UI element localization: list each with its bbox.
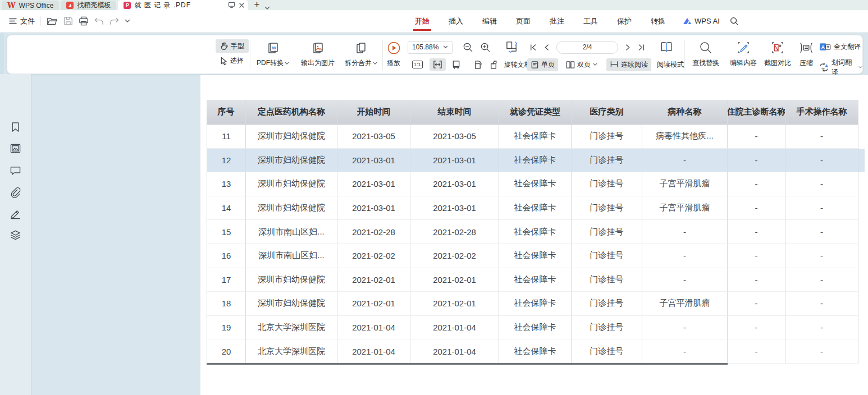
pdf-convert-icon: W: [266, 41, 280, 56]
ribbon-tab[interactable]: 编辑: [473, 10, 506, 32]
fit-width-icon: [433, 60, 442, 69]
new-tab-button[interactable]: +: [254, 0, 259, 10]
ribbon-tab[interactable]: 批注: [540, 10, 574, 32]
bookmarks-icon[interactable]: [10, 121, 21, 133]
search-icon[interactable]: [730, 17, 739, 26]
first-page-icon[interactable]: [529, 44, 537, 51]
zoom-out-icon[interactable]: [463, 42, 473, 53]
table-row[interactable]: 15 深圳市南山区妇... 2021-02-28 2021-02-28 社会保障…: [207, 220, 865, 244]
pdf-convert-button[interactable]: W PDF转换: [250, 39, 295, 71]
read-mode-icon[interactable]: [659, 40, 674, 54]
cell-start-date: 2021-02-01: [337, 268, 410, 292]
table-row[interactable]: 16 深圳市南山区妇... 2021-02-02 2021-02-02 社会保障…: [207, 244, 865, 268]
cell-institution: 深圳市妇幼保健院: [246, 268, 337, 292]
table-row[interactable]: 18 深圳市妇幼保健院 2021-02-01 2021-02-01 社会保障卡 …: [207, 292, 865, 316]
compress-icon: [799, 41, 814, 54]
fit-page-button[interactable]: [448, 58, 464, 71]
signature-icon[interactable]: [10, 208, 21, 220]
ribbon-tab[interactable]: 页面: [506, 10, 540, 32]
thumbnails-icon[interactable]: [10, 143, 21, 154]
cell-certificate-type: 社会保障卡: [499, 149, 572, 173]
double-page-button[interactable]: 双页: [563, 58, 601, 71]
tab-list-chevron-icon[interactable]: [264, 6, 270, 10]
pdf-file-icon: P: [124, 2, 131, 9]
ribbon-tab[interactable]: 工具: [574, 10, 607, 32]
compress-button[interactable]: 压缩: [791, 39, 822, 71]
tab-document-pdf[interactable]: P 就 医 记 录 .PDF: [118, 0, 248, 10]
attachments-icon[interactable]: [10, 187, 21, 198]
wps-ai-button[interactable]: WPS AI: [683, 17, 720, 25]
cell-filler: [858, 292, 865, 316]
single-page-button[interactable]: 单页: [527, 58, 558, 71]
cell-end-date: 2021-02-01: [410, 268, 499, 292]
tab-wps-office[interactable]: W WPS Office: [2, 1, 59, 10]
edit-content-label: 编辑内容: [730, 58, 757, 68]
close-tab-icon[interactable]: [239, 2, 245, 8]
full-translate-button[interactable]: A 全文翻译: [819, 42, 861, 52]
file-menu[interactable]: 文件: [9, 16, 35, 26]
table-row[interactable]: 17 深圳市妇幼保健院 2021-02-01 2021-02-01 社会保障卡 …: [207, 268, 865, 292]
next-page-icon[interactable]: [625, 44, 631, 51]
ribbon-tabs: 开始 插入 编辑 页面 批注 工具 保护 转换: [405, 10, 675, 32]
cell-end-date: 2021-03-05: [410, 125, 499, 149]
monitor-cast-icon[interactable]: [228, 2, 235, 8]
rotate-pages-icon[interactable]: [505, 40, 519, 54]
zoom-in-icon[interactable]: [480, 42, 491, 53]
table-row[interactable]: 12 深圳市妇幼保健院 2021-03-01 2021-03-01 社会保障卡 …: [207, 149, 865, 173]
cell-surgery-name: -: [785, 292, 858, 316]
find-replace-button[interactable]: 查找替换: [688, 39, 724, 71]
table-row[interactable]: 11 深圳市妇幼保健院 2021-03-05 2021-03-05 社会保障卡 …: [207, 125, 865, 149]
prev-page-icon[interactable]: [544, 44, 549, 51]
page-indicator-input[interactable]: 2/4: [556, 41, 618, 54]
table-row[interactable]: 19 北京大学深圳医院 2021-01-04 2021-01-04 社会保障卡 …: [207, 316, 865, 340]
chevron-down-icon: [858, 66, 862, 69]
cell-certificate-type: 社会保障卡: [499, 125, 572, 149]
cell-seq: 15: [207, 220, 246, 244]
comments-icon[interactable]: [10, 166, 21, 176]
export-image-button[interactable]: 输出为图片: [295, 39, 340, 71]
rotate-right-icon[interactable]: [488, 59, 499, 70]
hand-tool-label: 手型: [231, 42, 244, 51]
edit-content-button[interactable]: 编辑内容: [725, 39, 761, 71]
ribbon-tab[interactable]: 开始: [405, 10, 439, 32]
actual-size-button[interactable]: 1:1: [410, 59, 425, 70]
table-row[interactable]: 13 深圳市妇幼保健院 2021-03-01 2021-03-01 社会保障卡 …: [207, 172, 865, 196]
cell-disease-name: -: [642, 220, 728, 244]
redo-icon[interactable]: [109, 17, 119, 25]
menu-bar: 文件 开始 插入 编辑 页面 批注 工具 保护 转换 W: [0, 10, 868, 33]
rotate-left-icon[interactable]: [472, 59, 483, 70]
last-page-icon[interactable]: [638, 44, 645, 51]
fit-width-button[interactable]: [430, 58, 446, 71]
ribbon-tab[interactable]: 转换: [641, 10, 675, 32]
find-replace-icon: [699, 41, 712, 54]
undo-icon[interactable]: [94, 17, 104, 25]
cell-medical-category: 门诊挂号: [572, 220, 642, 244]
hand-tool-button[interactable]: 手型: [216, 39, 249, 53]
cell-institution: 深圳市妇幼保健院: [246, 196, 337, 221]
cell-start-date: 2021-02-01: [337, 292, 410, 316]
compress-label: 压缩: [800, 58, 813, 68]
cell-diagnosis-name: -: [728, 292, 785, 316]
table-row[interactable]: 20 北京大学深圳医院 2021-01-04 2021-01-04 社会保障卡 …: [207, 339, 865, 364]
table-header-cell: 手术操作名称: [785, 100, 858, 125]
cell-disease-name: 子宫平滑肌瘤: [642, 196, 728, 221]
read-mode-label[interactable]: 阅读模式: [657, 60, 684, 70]
quick-access-chevron-icon[interactable]: [125, 19, 130, 23]
cell-end-date: 2021-02-28: [410, 220, 499, 244]
select-tool-button[interactable]: 选择: [216, 54, 248, 67]
continuous-read-button[interactable]: 连续阅读: [606, 58, 651, 71]
table-row[interactable]: 14 深圳市妇幼保健院 2021-03-01 2021-03-01 社会保障卡 …: [207, 196, 865, 221]
ribbon-tab[interactable]: 插入: [439, 10, 473, 32]
ribbon-tab[interactable]: 保护: [607, 10, 641, 32]
save-icon[interactable]: [63, 16, 73, 26]
tab-docer-templates[interactable]: 找稻壳模板: [61, 1, 116, 10]
cell-filler: [858, 244, 865, 268]
cell-medical-category: 门诊挂号: [572, 172, 642, 196]
word-translate-button[interactable]: 文A 划词翻译: [819, 58, 862, 77]
open-file-icon[interactable]: [47, 17, 58, 26]
layers-icon[interactable]: [10, 229, 21, 241]
print-icon[interactable]: [79, 16, 89, 26]
cell-institution: 深圳市妇幼保健院: [246, 149, 337, 173]
cell-certificate-type: 社会保障卡: [499, 316, 572, 340]
zoom-level-select[interactable]: 105.88%: [408, 41, 453, 54]
